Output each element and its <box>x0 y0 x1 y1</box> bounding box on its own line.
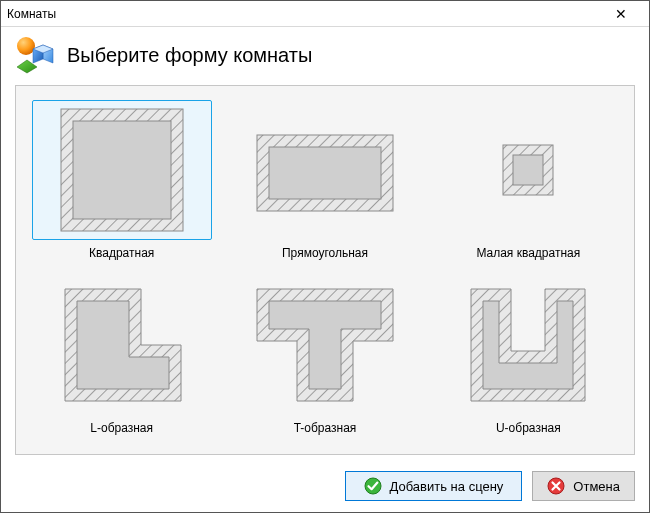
shape-option-l[interactable]: L-образная <box>20 273 223 448</box>
shape-preview <box>438 100 618 240</box>
close-button[interactable]: ✕ <box>601 1 641 27</box>
cancel-label: Отмена <box>573 479 620 494</box>
cancel-button[interactable]: Отмена <box>532 471 635 501</box>
shape-option-u[interactable]: U-образная <box>427 273 630 448</box>
dialog-heading: Выберите форму комнаты <box>67 44 312 67</box>
shape-label: L-образная <box>90 421 153 435</box>
ok-icon <box>364 477 382 495</box>
ok-label: Добавить на сцену <box>390 479 504 494</box>
shape-option-square[interactable]: Квадратная <box>20 98 223 273</box>
shape-label: Малая квадратная <box>476 246 580 260</box>
shape-option-t[interactable]: T-образная <box>223 273 426 448</box>
dialog-header: Выберите форму комнаты <box>1 27 649 81</box>
shapes-grid: Квадратная Прямоугольная Малая квадратна… <box>20 98 630 448</box>
shape-preview <box>235 275 415 415</box>
cancel-icon <box>547 477 565 495</box>
svg-rect-13 <box>513 155 543 185</box>
shape-preview <box>438 275 618 415</box>
shape-label: Прямоугольная <box>282 246 368 260</box>
shape-option-rectangle[interactable]: Прямоугольная <box>223 98 426 273</box>
titlebar: Комнаты ✕ <box>1 1 649 27</box>
shape-label: U-образная <box>496 421 561 435</box>
window-title: Комнаты <box>7 7 56 21</box>
shape-label: T-образная <box>294 421 357 435</box>
svg-rect-11 <box>269 147 381 199</box>
room-shapes-icon <box>15 35 55 75</box>
shape-preview <box>235 100 415 240</box>
shape-option-small-square[interactable]: Малая квадратная <box>427 98 630 273</box>
svg-point-0 <box>17 37 35 55</box>
add-to-scene-button[interactable]: Добавить на сцену <box>345 471 523 501</box>
dialog-footer: Добавить на сцену Отмена <box>1 461 649 501</box>
shape-preview <box>32 275 212 415</box>
shapes-panel: Квадратная Прямоугольная Малая квадратна… <box>15 85 635 455</box>
svg-rect-9 <box>73 121 171 219</box>
close-icon: ✕ <box>615 6 627 22</box>
shape-label: Квадратная <box>89 246 154 260</box>
shape-preview <box>32 100 212 240</box>
